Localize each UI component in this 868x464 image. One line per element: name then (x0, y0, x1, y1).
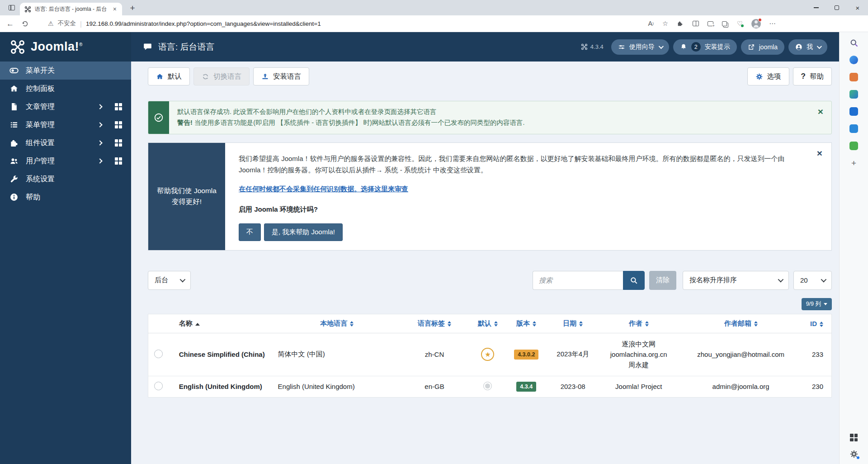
column-header-default[interactable]: 默认 (468, 314, 507, 333)
row-select-radio[interactable] (154, 350, 163, 358)
sidebar-item-articles[interactable]: 文章管理 (0, 98, 131, 116)
search-submit-button[interactable] (623, 271, 645, 290)
chevron-down-icon (659, 43, 664, 48)
window-close-button[interactable]: × (847, 0, 868, 15)
options-button[interactable]: 选项 (747, 67, 789, 85)
guided-tour-button[interactable]: 使用向导 (611, 39, 669, 55)
screen-capture-icon[interactable] (849, 433, 859, 442)
address-bar[interactable]: ⚠ 不安全 | 192.168.0.99/administrator/index… (36, 19, 641, 28)
languages-table: 名称 本地语言 语言标签 默认 版本 日期 作者 作者邮箱 ID (148, 314, 832, 398)
sidebar-item-menu-toggle[interactable]: 菜单开关 (0, 62, 131, 80)
sidebar-microsoft365-icon[interactable] (849, 124, 859, 133)
sort-select[interactable]: 按名称升序排序 (683, 271, 789, 290)
sidebar-settings-gear-icon[interactable] (849, 449, 859, 459)
settings-menu-icon[interactable]: ⋯ (769, 20, 776, 27)
dashboard-grid-icon[interactable] (115, 139, 122, 147)
shopping-glyph (849, 73, 858, 81)
back-icon[interactable]: ← (6, 20, 14, 28)
browser-tab[interactable]: 语言: 后台语言 - joomla - 后台 × (20, 3, 122, 15)
joomla-version: 4.3.4 (581, 43, 604, 50)
browser-window: 语言: 后台语言 - joomla - 后台 × + × ← ⚠ 不安全 | 1… (0, 0, 868, 464)
alert-line2: 当使用多语言功能是(即启用 【系统插件 - 语言切换插件】 时)网站默认语言必须… (194, 119, 525, 126)
install-language-button[interactable]: 安装语言 (253, 67, 309, 85)
sidebar-item-users[interactable]: 用户管理 (0, 152, 131, 170)
language-id: 233 (804, 333, 831, 376)
column-header-name[interactable]: 名称 (169, 314, 274, 333)
sidebar-add-icon[interactable]: + (849, 158, 859, 168)
browser-essentials-icon[interactable]: ♡ (737, 20, 743, 27)
read-aloud-icon[interactable]: A) (648, 20, 654, 27)
tab-close-icon[interactable]: × (112, 5, 118, 13)
column-header-tag[interactable]: 语言标签 (401, 314, 469, 333)
column-header-email[interactable]: 作者邮箱 (677, 314, 804, 333)
sidebar-item-label: 系统设置 (26, 175, 122, 184)
table-header-row: 名称 本地语言 语言标签 默认 版本 日期 作者 作者邮箱 ID (148, 314, 832, 333)
user-menu-button[interactable]: 我 (788, 39, 827, 55)
columns-toggle-badge[interactable]: 9/9 列 (802, 298, 832, 310)
copy-page-icon[interactable] (722, 21, 728, 26)
column-header-author[interactable]: 作者 (600, 314, 677, 333)
sidebar-item-label: 文章管理 (26, 102, 91, 112)
preview-site-button[interactable]: joomla (741, 39, 784, 55)
set-default-radio[interactable] (483, 382, 492, 390)
window-maximize-button[interactable] (826, 0, 847, 15)
toggle-icon (9, 66, 19, 75)
joomla-glyph-icon (581, 43, 588, 50)
home-icon (156, 73, 164, 80)
default-language-star-icon[interactable]: ★ (481, 348, 494, 361)
alert-message: 默认语言保存成功. 此设置不会影响用户在他们的个人资料中或者在登录页面选择其它语… (169, 101, 818, 134)
sidebar-eco-icon[interactable] (849, 141, 859, 151)
dashboard-grid-icon[interactable] (115, 103, 122, 110)
column-header-native[interactable]: 本地语言 (274, 314, 401, 333)
columns-badge-label: 9/9 列 (806, 300, 821, 308)
client-select[interactable]: 后台 (148, 271, 191, 290)
alert-close-icon[interactable]: × (818, 101, 831, 134)
sort-icon (350, 321, 354, 327)
sidebar-outlook-icon[interactable] (849, 107, 859, 116)
default-button[interactable]: 默认 (148, 67, 190, 85)
browser-toolbar-icons: A) ☆ ♡ ⋯ (648, 19, 776, 28)
tab-actions-icon[interactable] (5, 1, 18, 14)
column-header-version[interactable]: 版本 (507, 314, 546, 333)
split-screen-icon[interactable] (693, 21, 699, 26)
sidebar-item-help[interactable]: 帮助 (0, 188, 131, 206)
sidebar-designer-icon[interactable] (849, 90, 859, 99)
browser-tab-bar: 语言: 后台语言 - joomla - 后台 × + × (0, 0, 868, 15)
switch-language-button[interactable]: 切换语言 (193, 67, 250, 85)
refresh-icon[interactable] (21, 20, 29, 28)
stats-close-icon[interactable]: × (817, 148, 822, 158)
profile-avatar[interactable] (751, 19, 761, 28)
limit-select[interactable]: 20 (793, 271, 832, 290)
not-secure-warning-icon: ⚠ (48, 20, 54, 27)
dashboard-grid-icon[interactable] (115, 121, 122, 128)
person-circle-icon (795, 43, 802, 51)
dashboard-grid-icon[interactable] (115, 157, 122, 165)
sidebar-shopping-icon[interactable] (849, 72, 859, 82)
row-select-radio[interactable] (154, 382, 163, 390)
search-input[interactable] (533, 271, 623, 290)
extensions-icon[interactable] (677, 20, 684, 27)
joomla-favicon-icon (24, 6, 31, 13)
stats-no-button[interactable]: 不 (239, 223, 261, 241)
help-button[interactable]: ? 帮助 (793, 67, 832, 85)
sidebar-copilot-icon[interactable] (849, 55, 859, 65)
clear-button[interactable]: 清除 (649, 271, 676, 290)
stats-review-link[interactable]: 在任何时候都不会采集到任何识别数据。选择这里来审查 (239, 183, 408, 195)
favorites-star-icon[interactable]: ☆ (662, 20, 668, 27)
stats-yes-button[interactable]: 是, 我来帮助 Joomla! (264, 223, 343, 241)
new-tab-button[interactable]: + (127, 3, 138, 13)
messages-count-badge: 2 (691, 42, 701, 52)
column-header-id[interactable]: ID (804, 314, 831, 333)
window-minimize-button[interactable] (806, 0, 826, 15)
wrench-icon (9, 175, 19, 184)
sidebar-search-icon[interactable] (849, 38, 859, 47)
sidebar-item-menus[interactable]: 菜单管理 (0, 116, 131, 134)
post-install-messages-button[interactable]: 2 安装提示 (673, 39, 737, 55)
joomla-logo: Joomla!® (0, 32, 131, 62)
sidebar-item-components[interactable]: 组件设置 (0, 134, 131, 152)
collections-icon[interactable] (708, 21, 713, 26)
stats-consent-panel: 帮助我们使 Joomla 变得更好! 我们希望提高 Joomla！软件与用户的服… (148, 142, 832, 251)
sidebar-item-control-panel[interactable]: 控制面板 (0, 80, 131, 98)
sidebar-item-system[interactable]: 系统设置 (0, 170, 131, 188)
column-header-date[interactable]: 日期 (546, 314, 600, 333)
